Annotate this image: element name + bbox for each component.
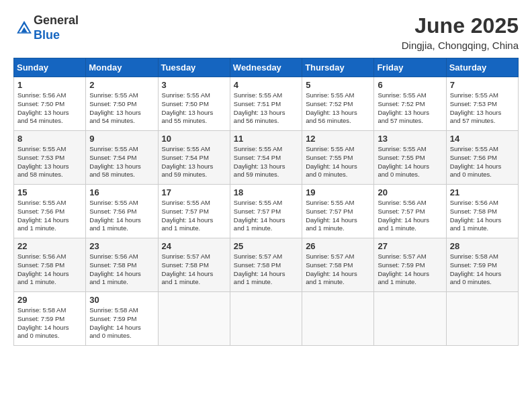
title-block: June 2025 Dingjia, Chongqing, China <box>402 13 519 51</box>
day-number: 11 <box>234 134 298 144</box>
day-info: Sunrise: 5:57 AMSunset: 7:58 PMDaylight:… <box>234 253 298 287</box>
day-number: 24 <box>162 241 226 251</box>
day-info: Sunrise: 5:55 AMSunset: 7:52 PMDaylight:… <box>306 91 370 126</box>
location-title: Dingjia, Chongqing, China <box>402 40 519 51</box>
calendar-cell: 7 Sunrise: 5:55 AMSunset: 7:53 PMDayligh… <box>446 77 518 131</box>
day-info: Sunrise: 5:55 AMSunset: 7:55 PMDaylight:… <box>378 145 442 179</box>
day-info: Sunrise: 5:58 AMSunset: 7:59 PMDaylight:… <box>89 306 154 340</box>
day-info: Sunrise: 5:55 AMSunset: 7:54 PMDaylight:… <box>162 145 226 179</box>
col-header-thursday: Thursday <box>302 58 374 77</box>
day-number: 17 <box>162 187 226 197</box>
day-number: 2 <box>89 80 154 90</box>
calendar-cell <box>374 292 446 346</box>
col-header-sunday: Sunday <box>14 58 86 77</box>
logo-general-text: General <box>34 13 79 27</box>
calendar-week-row: 1 Sunrise: 5:56 AMSunset: 7:50 PMDayligh… <box>14 77 519 131</box>
day-number: 15 <box>17 187 82 197</box>
day-number: 18 <box>234 187 298 197</box>
day-info: Sunrise: 5:55 AMSunset: 7:53 PMDaylight:… <box>17 145 82 179</box>
calendar-cell <box>158 292 230 346</box>
day-info: Sunrise: 5:55 AMSunset: 7:51 PMDaylight:… <box>234 91 298 126</box>
calendar-cell: 30 Sunrise: 5:58 AMSunset: 7:59 PMDaylig… <box>86 292 158 346</box>
calendar-cell: 11 Sunrise: 5:55 AMSunset: 7:54 PMDaylig… <box>230 131 302 185</box>
calendar-cell: 22 Sunrise: 5:56 AMSunset: 7:58 PMDaylig… <box>14 238 86 292</box>
calendar-cell: 1 Sunrise: 5:56 AMSunset: 7:50 PMDayligh… <box>14 77 86 131</box>
logo-blue-text: Blue <box>34 28 60 42</box>
day-number: 5 <box>306 80 370 90</box>
day-info: Sunrise: 5:55 AMSunset: 7:57 PMDaylight:… <box>162 199 226 233</box>
day-number: 22 <box>17 241 82 251</box>
calendar-cell: 6 Sunrise: 5:55 AMSunset: 7:52 PMDayligh… <box>374 77 446 131</box>
day-number: 8 <box>17 134 82 144</box>
day-number: 16 <box>89 187 154 197</box>
logo-icon <box>15 19 34 38</box>
calendar-cell: 16 Sunrise: 5:55 AMSunset: 7:56 PMDaylig… <box>86 185 158 238</box>
day-info: Sunrise: 5:56 AMSunset: 7:58 PMDaylight:… <box>17 253 82 287</box>
calendar-cell: 13 Sunrise: 5:55 AMSunset: 7:55 PMDaylig… <box>374 131 446 185</box>
day-number: 30 <box>89 295 154 305</box>
day-number: 4 <box>234 80 298 90</box>
calendar-cell: 14 Sunrise: 5:55 AMSunset: 7:56 PMDaylig… <box>446 131 518 185</box>
calendar-cell: 3 Sunrise: 5:55 AMSunset: 7:50 PMDayligh… <box>158 77 230 131</box>
day-info: Sunrise: 5:56 AMSunset: 7:58 PMDaylight:… <box>450 199 515 233</box>
calendar-cell: 26 Sunrise: 5:57 AMSunset: 7:58 PMDaylig… <box>302 238 374 292</box>
logo: General Blue <box>13 13 79 42</box>
calendar-table: SundayMondayTuesdayWednesdayThursdayFrid… <box>13 58 519 346</box>
day-info: Sunrise: 5:55 AMSunset: 7:56 PMDaylight:… <box>89 199 154 233</box>
day-info: Sunrise: 5:55 AMSunset: 7:54 PMDaylight:… <box>234 145 298 179</box>
day-info: Sunrise: 5:57 AMSunset: 7:58 PMDaylight:… <box>162 253 226 287</box>
month-title: June 2025 <box>402 13 519 38</box>
day-number: 7 <box>450 80 515 90</box>
calendar-cell <box>302 292 374 346</box>
calendar-week-row: 29 Sunrise: 5:58 AMSunset: 7:59 PMDaylig… <box>14 292 519 346</box>
calendar-cell: 12 Sunrise: 5:55 AMSunset: 7:55 PMDaylig… <box>302 131 374 185</box>
calendar-cell: 17 Sunrise: 5:55 AMSunset: 7:57 PMDaylig… <box>158 185 230 238</box>
day-info: Sunrise: 5:56 AMSunset: 7:57 PMDaylight:… <box>378 199 442 233</box>
day-number: 9 <box>89 134 154 144</box>
day-info: Sunrise: 5:57 AMSunset: 7:58 PMDaylight:… <box>306 253 370 287</box>
day-info: Sunrise: 5:55 AMSunset: 7:50 PMDaylight:… <box>162 91 226 126</box>
day-number: 21 <box>450 187 515 197</box>
day-info: Sunrise: 5:55 AMSunset: 7:52 PMDaylight:… <box>378 91 442 126</box>
day-info: Sunrise: 5:55 AMSunset: 7:57 PMDaylight:… <box>234 199 298 233</box>
day-info: Sunrise: 5:55 AMSunset: 7:57 PMDaylight:… <box>306 199 370 233</box>
calendar-week-row: 22 Sunrise: 5:56 AMSunset: 7:58 PMDaylig… <box>14 238 519 292</box>
day-info: Sunrise: 5:58 AMSunset: 7:59 PMDaylight:… <box>450 253 515 287</box>
calendar-cell: 28 Sunrise: 5:58 AMSunset: 7:59 PMDaylig… <box>446 238 518 292</box>
calendar-cell: 20 Sunrise: 5:56 AMSunset: 7:57 PMDaylig… <box>374 185 446 238</box>
day-number: 19 <box>306 187 370 197</box>
calendar-cell: 5 Sunrise: 5:55 AMSunset: 7:52 PMDayligh… <box>302 77 374 131</box>
day-number: 6 <box>378 80 442 90</box>
day-number: 14 <box>450 134 515 144</box>
col-header-tuesday: Tuesday <box>158 58 230 77</box>
col-header-friday: Friday <box>374 58 446 77</box>
calendar-cell: 29 Sunrise: 5:58 AMSunset: 7:59 PMDaylig… <box>14 292 86 346</box>
day-info: Sunrise: 5:55 AMSunset: 7:53 PMDaylight:… <box>450 91 515 126</box>
calendar-week-row: 8 Sunrise: 5:55 AMSunset: 7:53 PMDayligh… <box>14 131 519 185</box>
col-header-saturday: Saturday <box>446 58 518 77</box>
calendar-week-row: 15 Sunrise: 5:55 AMSunset: 7:56 PMDaylig… <box>14 185 519 238</box>
day-number: 20 <box>378 187 442 197</box>
day-info: Sunrise: 5:55 AMSunset: 7:56 PMDaylight:… <box>17 199 82 233</box>
calendar-cell: 18 Sunrise: 5:55 AMSunset: 7:57 PMDaylig… <box>230 185 302 238</box>
calendar-cell <box>230 292 302 346</box>
calendar-cell: 25 Sunrise: 5:57 AMSunset: 7:58 PMDaylig… <box>230 238 302 292</box>
calendar-cell: 10 Sunrise: 5:55 AMSunset: 7:54 PMDaylig… <box>158 131 230 185</box>
day-number: 27 <box>378 241 442 251</box>
calendar-cell: 19 Sunrise: 5:55 AMSunset: 7:57 PMDaylig… <box>302 185 374 238</box>
day-number: 23 <box>89 241 154 251</box>
calendar-cell: 2 Sunrise: 5:55 AMSunset: 7:50 PMDayligh… <box>86 77 158 131</box>
calendar-cell: 27 Sunrise: 5:57 AMSunset: 7:59 PMDaylig… <box>374 238 446 292</box>
day-info: Sunrise: 5:57 AMSunset: 7:59 PMDaylight:… <box>378 253 442 287</box>
day-info: Sunrise: 5:55 AMSunset: 7:54 PMDaylight:… <box>89 145 154 179</box>
day-info: Sunrise: 5:58 AMSunset: 7:59 PMDaylight:… <box>17 306 82 340</box>
calendar-cell: 9 Sunrise: 5:55 AMSunset: 7:54 PMDayligh… <box>86 131 158 185</box>
day-number: 13 <box>378 134 442 144</box>
day-number: 25 <box>234 241 298 251</box>
calendar-cell: 4 Sunrise: 5:55 AMSunset: 7:51 PMDayligh… <box>230 77 302 131</box>
day-info: Sunrise: 5:56 AMSunset: 7:50 PMDaylight:… <box>17 91 82 126</box>
day-number: 12 <box>306 134 370 144</box>
day-number: 28 <box>450 241 515 251</box>
day-info: Sunrise: 5:56 AMSunset: 7:58 PMDaylight:… <box>89 253 154 287</box>
calendar-cell <box>446 292 518 346</box>
